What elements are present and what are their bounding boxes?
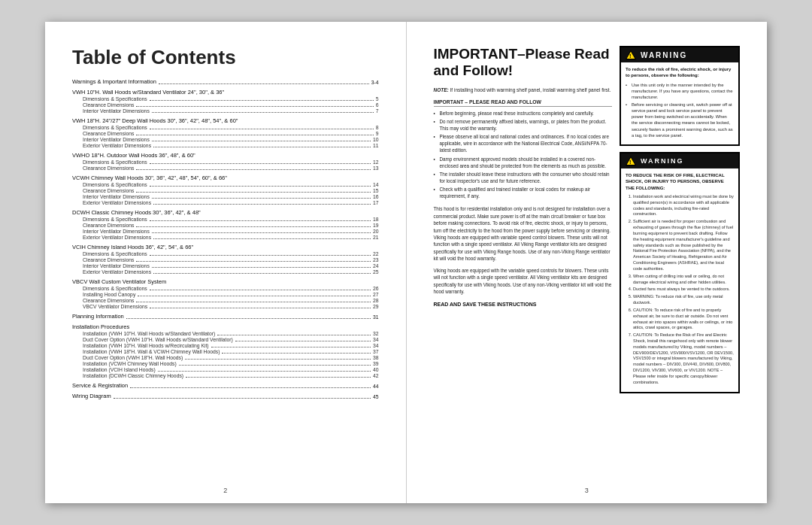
toc-item-page: 32 [373,331,379,336]
toc-dots [159,83,369,84]
bullet-item: Do not remove permanently affixed labels… [434,118,613,132]
toc-item-page: 15 [373,188,379,193]
toc-dots [114,398,371,399]
toc-item-page: 11 [373,143,379,148]
toc-item-page: 18 [373,217,379,222]
toc-item: Duct Cover Option (VWH 18"H. Wall Hoods)… [72,355,379,360]
toc-section-label: Service & Registration [72,382,128,389]
toc-dots [158,371,371,372]
toc-item: Clearance Dimensions15 [72,188,379,193]
toc-item: Interior Ventilator Dimensions16 [72,194,379,199]
toc-item: Exterior Ventilator Dimensions21 [72,235,379,240]
toc-item-page: 38 [373,355,379,360]
toc-dots [186,377,371,378]
body-paragraph-1: This hood is for residential installatio… [434,205,613,262]
toc-item-label: Clearance Dimensions [83,188,134,193]
toc-item-page: 25 [373,269,379,275]
toc-item: Installation (VWH 18"H. Wall & VCWH Chim… [72,349,379,354]
toc-section-header: VWH 18"H. 24"/27" Deep Wall Hoods 30", 3… [72,117,379,124]
toc-dots [136,226,371,227]
toc-item: Dimensions & Specifications26 [72,286,379,291]
toc-item-page: 26 [373,286,379,291]
toc-item-page: 14 [373,182,379,187]
toc-item-page: 42 [373,373,379,378]
toc-page: 3-4 [371,80,379,85]
toc-section-header: Planning Information 31 [72,313,379,320]
toc-item-page: 21 [373,235,379,240]
warning-subtext-2: TO REDUCE THE RISK OF FIRE, ELECTRICAL S… [626,172,734,191]
toc-item-page: 7 [376,108,379,114]
toc-item: Clearance Dimensions13 [72,165,379,171]
page-number-right: 3 [585,487,589,494]
toc-dots [222,353,370,354]
note-block: NOTE: If installing hood with warming sh… [434,86,613,93]
toc-item: Interior Ventilator Dimensions7 [72,108,379,114]
toc-section-header: VWHO 18"H. Outdoor Wall Hoods 36", 48", … [72,152,379,159]
toc-section-header: Wiring Diagram 45 [72,393,379,399]
toc-dots [152,112,374,113]
toc-item: Installation (VCWH Chimney Wall Hoods)39 [72,361,379,366]
toc-section-label: Warnings & Important Information [72,78,156,85]
toc-item: Clearance Dimensions19 [72,223,379,228]
toc-item-label: VBCV Ventilator Dimensions [83,304,147,309]
toc-item-page: 19 [373,223,379,228]
toc-item-page: 29 [373,304,379,309]
toc-item: Installation (DCWH Classic Chimney Hoods… [72,373,379,378]
toc-dots [150,290,371,290]
warning-triangle-icon-2: ! [626,156,636,166]
toc-dots [150,308,371,308]
toc-page: 31 [373,314,379,320]
warning-header-1: ! WARNING [621,47,738,62]
important-read-header: IMPORTANT – PLEASE READ AND FOLLOW [434,99,613,107]
toc-item-label: Exterior Ventilator Dimensions [83,200,151,205]
toc-dots [136,169,371,170]
toc-item: Clearance Dimensions9 [72,131,379,136]
toc-dots [179,365,371,366]
toc-dots [136,261,371,262]
warning-body-1: Use this unit only in the manner intende… [626,82,734,138]
warning2-item: When cutting of drilling into wall or ce… [633,274,734,286]
toc-dots [235,341,371,341]
toc-item: Dimensions & Specifications8 [72,125,379,130]
warning2-item: Sufficient air is needed for proper comb… [633,219,734,272]
toc-item: Clearance Dimensions6 [72,102,379,108]
toc-item: Exterior Ventilator Dimensions17 [72,200,379,205]
toc-item: VBCV Ventilator Dimensions29 [72,304,379,309]
toc-item-label: Clearance Dimensions [83,131,134,136]
toc-item-page: 8 [376,125,379,130]
toc-item-page: 20 [373,229,379,234]
toc-item: Exterior Ventilator Dimensions11 [72,143,379,148]
toc-item-page: 24 [373,263,379,269]
toc-item-label: Dimensions & Specifications [83,286,147,291]
toc-dots [152,267,371,268]
warning-box-1: ! WARNING To reduce the risk of fire, el… [620,46,740,146]
toc-item-page: 17 [373,200,379,205]
warning1-item: Before servicing or cleaning unit, switc… [626,102,734,138]
toc-item-page: 40 [373,367,379,372]
bullet-item: Damp environment approved models should … [434,156,613,169]
toc-item-page: 23 [373,257,379,262]
note-text: If installing hood with warming shelf pa… [450,87,611,93]
toc-page: 44 [373,384,379,389]
toc-item-page: 39 [373,361,379,366]
toc-dots [150,186,371,187]
toc-dots [138,296,371,296]
toc-dots [136,192,371,193]
toc-item-page: 27 [373,292,379,297]
toc-dots [153,238,371,239]
toc-dots [150,220,371,221]
toc-item-label: Duct Cover Option (VWH 18"H. Wall Hoods) [83,355,183,360]
toc-item-page: 28 [373,298,379,303]
toc-item: Dimensions & Specifications14 [72,182,379,187]
toc-item-label: Interior Ventilator Dimensions [83,194,150,199]
bullet-item: Check with a qualified and trained insta… [434,186,613,199]
warning-triangle-icon-1: ! [626,50,636,60]
warning2-item: CAUTION: To Reduce the Risk of Fire and … [633,332,734,385]
toc-item: Duct Cover Option (VWH 10"H. Wall Hoods … [72,337,379,342]
toc-dots [150,100,374,101]
toc-dots [217,335,371,335]
toc-item-label: Installation (VWH 18"H. Wall & VCWH Chim… [83,349,220,354]
toc-section-header: VWH 10"H. Wall Hoods w/Standard Ventilat… [72,89,379,96]
toc-item-page: 9 [376,131,379,136]
toc-dots [126,318,371,319]
